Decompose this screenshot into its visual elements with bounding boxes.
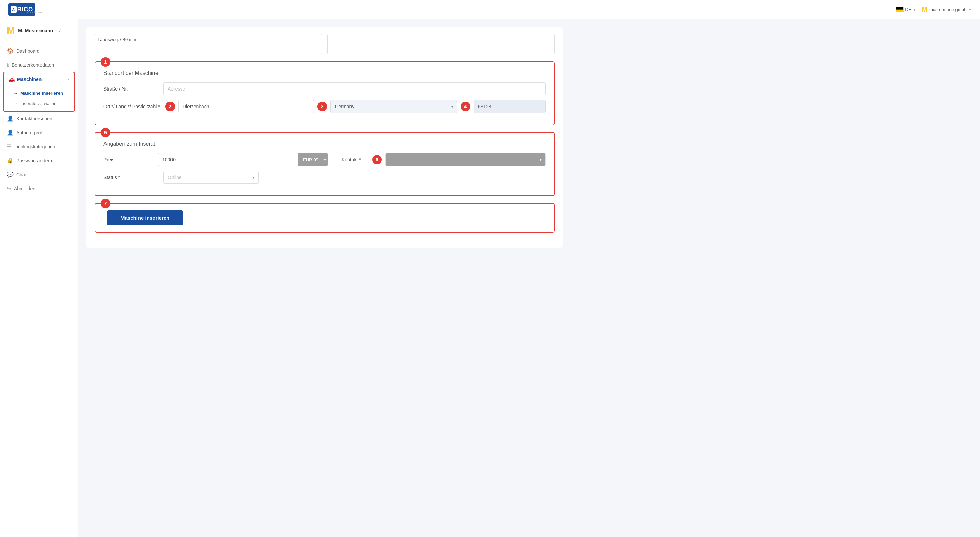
sidebar-label-maschinen: Maschinen [17, 76, 41, 82]
street-row: Straße / Nr. [103, 82, 546, 95]
badge-7: 7 [101, 199, 110, 208]
section-inserat: 5 Angaben zum Inserat Preis EUR (€) USD … [95, 132, 555, 196]
badge-6: 6 [372, 155, 382, 164]
contact-label: Kontakt * [342, 157, 369, 163]
section-inserat-title: Angaben zum Inserat [103, 140, 546, 147]
sidebar-item-abmelden[interactable]: ↪ Abmelden [0, 182, 78, 195]
top-textarea-row: Längsweg: 640 mm [95, 34, 555, 54]
sidebar-item-maschine-inserieren[interactable]: → Maschine inserieren [4, 88, 74, 98]
chevron-down-icon: ▼ [913, 8, 916, 11]
price-input[interactable] [158, 153, 298, 166]
location-label: Ort */ Land */ Postleitzahl * [103, 104, 160, 109]
location-fields: 2 3 Germany France Austria ▼ 4 [165, 100, 546, 113]
lang-label: DE [905, 7, 911, 12]
sidebar-label-chat: Chat [16, 172, 27, 177]
country-select[interactable]: Germany France Austria [331, 100, 457, 113]
status-label: Status * [103, 175, 158, 180]
sidebar-label-lieblingskategorien: Lieblingskategorien [14, 144, 56, 150]
company-name: mustermann-gmbh [929, 7, 966, 12]
sidebar-item-anbieterprofil[interactable]: 👤 Anbieterprofil [0, 126, 78, 140]
collapse-icon: ‹ [68, 77, 70, 82]
user-verified-icon: ✓ [58, 28, 62, 33]
list-icon: ☰ [7, 143, 11, 150]
country-select-wrapper: Germany France Austria ▼ [331, 100, 457, 113]
sidebar-label-passwort-aendern: Passwort ändern [16, 158, 52, 163]
content-area: Längsweg: 640 mm 1 Standort der Maschine… [86, 27, 563, 248]
sidebar-user: M M. Mustermann ✓ [0, 19, 78, 41]
status-select-wrapper: Online Offline Pausiert ▼ [163, 171, 259, 184]
location-row: Ort */ Land */ Postleitzahl * 2 3 German… [103, 100, 546, 113]
profile-icon: 👤 [7, 129, 14, 136]
logout-icon: ↪ [7, 185, 11, 191]
section-standort-title: Standort der Maschine [103, 69, 546, 76]
lock-icon: 🔒 [7, 157, 14, 164]
currency-select[interactable]: EUR (€) USD ($) [298, 153, 328, 166]
city-input[interactable] [178, 100, 314, 113]
sidebar-item-maschinen[interactable]: 🚗 Maschinen ‹ [4, 72, 74, 86]
logo-sub: Machine [27, 11, 43, 14]
info-icon: ℹ [7, 62, 9, 68]
price-group: EUR (€) USD ($) [158, 153, 328, 166]
section-submit: 7 Maschine inserieren [95, 203, 555, 233]
sidebar-nav: 🏠 Dashboard ℹ Benutzerkontodaten 🚗 Masch… [0, 41, 78, 198]
badge-5: 5 [101, 128, 110, 137]
home-icon: 🏠 [7, 48, 14, 54]
contact-select-wrapper: ▼ [385, 153, 546, 166]
sidebar-item-kontaktpersonen[interactable]: 👤 Kontaktpersonen [0, 112, 78, 126]
arrow-right-icon-2: → [14, 101, 18, 106]
currency-select-wrapper: EUR (€) USD ($) [298, 153, 328, 166]
street-label: Straße / Nr. [103, 86, 158, 92]
status-row: Status * Online Offline Pausiert ▼ [103, 171, 546, 184]
flag-de-icon [896, 7, 904, 12]
header-right: DE ▼ M mustermann-gmbh ▼ [896, 5, 972, 13]
sidebar-maschinen-box: 🚗 Maschinen ‹ → Maschine inserieren → In… [3, 72, 75, 112]
sidebar-label-dashboard: Dashboard [16, 48, 40, 54]
company-chevron-icon: ▼ [969, 8, 972, 11]
main-content: Längsweg: 640 mm 1 Standort der Maschine… [78, 19, 980, 537]
chat-icon: 💬 [7, 171, 14, 178]
user-avatar-icon: M [7, 25, 14, 36]
sidebar-label-benutzerkontodaten: Benutzerkontodaten [11, 62, 54, 68]
price-label: Preis [103, 157, 158, 163]
laengsweg-textarea[interactable]: Längsweg: 640 mm [95, 34, 322, 54]
sidebar-item-benutzerkontodaten[interactable]: ℹ Benutzerkontodaten [0, 58, 78, 72]
user-name: M. Mustermann [18, 28, 53, 33]
sidebar-label-anbieterprofil: Anbieterprofil [16, 130, 45, 135]
sidebar-item-inserate-verwalten[interactable]: → Inserate verwalten [4, 98, 74, 109]
car-icon: 🚗 [8, 76, 15, 82]
sidebar-item-lieblingskategorien[interactable]: ☰ Lieblingskategorien [0, 140, 78, 153]
sidebar-item-dashboard[interactable]: 🏠 Dashboard [0, 44, 78, 58]
company-logo-icon: M [921, 5, 927, 13]
status-select[interactable]: Online Offline Pausiert [163, 171, 259, 184]
sidebar-sub-maschinen: → Maschine inserieren → Inserate verwalt… [4, 86, 74, 111]
badge-2: 2 [165, 102, 175, 111]
section-standort: 1 Standort der Maschine Straße / Nr. Ort… [95, 61, 555, 125]
badge-1: 1 [101, 57, 110, 67]
language-selector[interactable]: DE ▼ [896, 7, 916, 12]
contact-select[interactable] [385, 153, 546, 166]
badge-3: 3 [318, 102, 327, 111]
submit-button[interactable]: Maschine inserieren [107, 210, 183, 225]
sidebar-label-inserate-verwalten: Inserate verwalten [21, 101, 56, 106]
sidebar-item-chat[interactable]: 💬 Chat [0, 167, 78, 182]
contact-icon: 👤 [7, 115, 14, 122]
contact-group: Kontakt * 6 ▼ [342, 153, 546, 166]
badge-4: 4 [461, 102, 470, 111]
logo-area: A RICO Machine [8, 3, 43, 16]
zip-input[interactable] [474, 100, 546, 113]
sidebar-item-passwort-aendern[interactable]: 🔒 Passwort ändern [0, 153, 78, 167]
sidebar-label-maschine-inserieren: Maschine inserieren [21, 91, 63, 96]
price-contact-row: Preis EUR (€) USD ($) Kontakt * 6 [103, 153, 546, 166]
sidebar-label-kontaktpersonen: Kontaktpersonen [16, 116, 52, 121]
arrow-right-icon: → [14, 91, 18, 96]
extra-textarea[interactable] [327, 34, 555, 54]
sidebar-label-abmelden: Abmelden [14, 186, 35, 191]
sidebar: M M. Mustermann ✓ 🏠 Dashboard ℹ Benutzer… [0, 19, 78, 537]
address-input[interactable] [163, 82, 546, 95]
company-selector[interactable]: M mustermann-gmbh ▼ [921, 5, 972, 13]
header: A RICO Machine DE ▼ M mustermann-gmbh ▼ [0, 0, 980, 19]
